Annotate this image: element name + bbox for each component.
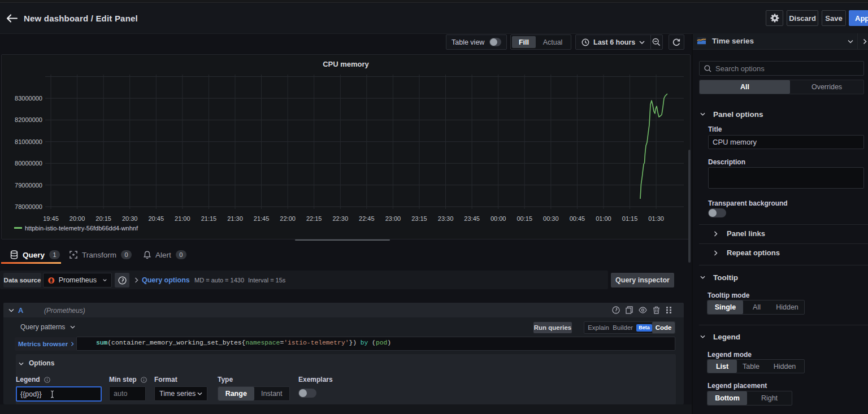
svg-text:22:30: 22:30 bbox=[333, 215, 349, 222]
svg-text:00:00: 00:00 bbox=[491, 215, 506, 222]
svg-text:21:15: 21:15 bbox=[201, 215, 217, 222]
svg-text:79000000: 79000000 bbox=[15, 182, 42, 189]
svg-text:20:30: 20:30 bbox=[122, 215, 138, 222]
svg-text:23:00: 23:00 bbox=[385, 215, 401, 222]
svg-text:23:30: 23:30 bbox=[438, 215, 454, 222]
svg-text:20:45: 20:45 bbox=[149, 215, 164, 222]
svg-text:23:45: 23:45 bbox=[464, 215, 480, 222]
svg-text:01:30: 01:30 bbox=[648, 215, 664, 222]
svg-text:21:00: 21:00 bbox=[175, 215, 190, 222]
svg-text:httpbin-istio-telemetry-56fdb6: httpbin-istio-telemetry-56fdb66dd4-wnhnf bbox=[25, 225, 138, 232]
svg-text:80000000: 80000000 bbox=[15, 160, 42, 167]
svg-text:00:15: 00:15 bbox=[517, 215, 532, 222]
svg-text:81000000: 81000000 bbox=[15, 138, 42, 145]
svg-text:01:00: 01:00 bbox=[596, 215, 611, 222]
svg-text:00:30: 00:30 bbox=[543, 215, 559, 222]
svg-text:22:45: 22:45 bbox=[359, 215, 375, 222]
svg-text:22:15: 22:15 bbox=[306, 215, 322, 222]
svg-text:82000000: 82000000 bbox=[15, 116, 42, 123]
svg-text:01:15: 01:15 bbox=[622, 215, 638, 222]
svg-text:20:15: 20:15 bbox=[96, 215, 111, 222]
svg-text:22:00: 22:00 bbox=[280, 215, 296, 222]
svg-text:23:15: 23:15 bbox=[411, 215, 427, 222]
svg-text:83000000: 83000000 bbox=[15, 95, 42, 102]
svg-text:19:45: 19:45 bbox=[43, 215, 59, 222]
svg-text:78000000: 78000000 bbox=[15, 203, 42, 210]
svg-text:21:45: 21:45 bbox=[254, 215, 270, 222]
svg-text:20:00: 20:00 bbox=[70, 215, 85, 222]
svg-text:21:30: 21:30 bbox=[227, 215, 243, 222]
svg-text:00:45: 00:45 bbox=[570, 215, 585, 222]
